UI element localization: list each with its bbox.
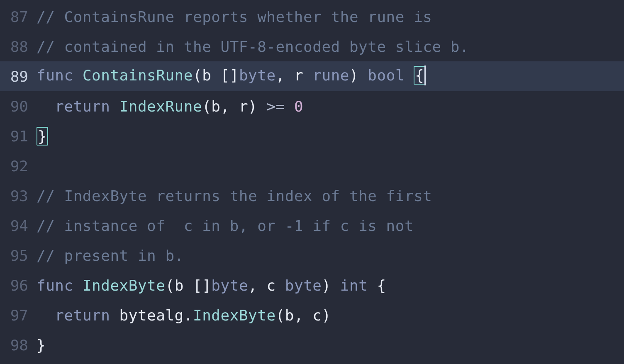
code-token: )	[322, 277, 340, 294]
text-cursor	[424, 66, 426, 85]
code-token: (	[193, 67, 202, 84]
code-line[interactable]: 91}	[0, 121, 624, 151]
code-token: ,	[294, 307, 312, 324]
line-number: 96	[0, 277, 37, 294]
line-number: 98	[0, 337, 37, 354]
code-content[interactable]: // instance of c in b, or -1 if c is not	[37, 217, 414, 234]
code-token: ,	[248, 277, 266, 294]
code-token: IndexByte	[83, 277, 166, 294]
line-number: 94	[0, 217, 37, 234]
code-line[interactable]: 95// present in b.	[0, 240, 624, 270]
code-content[interactable]: // ContainsRune reports whether the rune…	[37, 8, 432, 25]
line-number: 87	[0, 8, 37, 25]
code-token: {	[377, 277, 386, 294]
code-token: b	[202, 67, 220, 84]
code-token: (	[202, 98, 211, 115]
code-token: return	[55, 98, 119, 115]
code-line[interactable]: 92	[0, 151, 624, 181]
code-token: .	[184, 307, 193, 324]
code-token: byte	[285, 277, 322, 294]
line-number: 92	[0, 158, 37, 175]
code-token: b	[211, 98, 220, 115]
code-line[interactable]: 97 return bytealg.IndexByte(b, c)	[0, 300, 624, 330]
code-content[interactable]: return IndexRune(b, r) >= 0	[37, 98, 303, 115]
code-line[interactable]: 93// IndexByte returns the index of the …	[0, 181, 624, 211]
line-number: 97	[0, 307, 37, 324]
code-token: }	[37, 337, 46, 354]
code-token: r	[294, 67, 312, 84]
code-token: b	[175, 277, 193, 294]
code-token: byte	[239, 67, 276, 84]
code-content[interactable]: }	[37, 337, 46, 354]
code-token: c	[266, 277, 285, 294]
code-content[interactable]: // contained in the UTF-8-encoded byte s…	[37, 38, 469, 55]
code-token: // ContainsRune reports whether the rune…	[37, 8, 432, 25]
code-line[interactable]: 96func IndexByte(b []byte, c byte) int {	[0, 270, 624, 300]
code-token: IndexByte	[193, 307, 276, 324]
code-line[interactable]: 88// contained in the UTF-8-encoded byte…	[0, 32, 624, 61]
code-content[interactable]: func IndexByte(b []byte, c byte) int {	[37, 277, 386, 294]
code-token: }	[37, 127, 48, 146]
code-token: IndexRune	[119, 98, 202, 115]
code-token: (	[165, 277, 174, 294]
code-token: rune	[312, 67, 349, 84]
line-number: 91	[0, 128, 37, 145]
code-token: )	[248, 98, 266, 115]
code-token: )	[349, 67, 368, 84]
code-token: // contained in the UTF-8-encoded byte s…	[37, 38, 469, 55]
code-token: c	[312, 307, 322, 324]
code-content[interactable]: }	[37, 128, 48, 145]
code-token: // IndexByte returns the index of the fi…	[37, 187, 432, 204]
code-token: []	[221, 67, 239, 84]
code-content[interactable]: func ContainsRune(b []byte, r rune) bool…	[37, 66, 426, 86]
code-token: {	[414, 66, 425, 85]
code-line[interactable]: 90 return IndexRune(b, r) >= 0	[0, 91, 624, 121]
code-content[interactable]: // IndexByte returns the index of the fi…	[37, 187, 432, 204]
code-token: // instance of c in b, or -1 if c is not	[37, 217, 414, 234]
code-token: 0	[294, 98, 303, 115]
line-number: 95	[0, 247, 37, 264]
code-token: // present in b.	[37, 247, 184, 264]
code-token: func	[37, 67, 83, 84]
code-content[interactable]: // present in b.	[37, 247, 184, 264]
line-number: 90	[0, 98, 37, 115]
code-token: int	[340, 277, 377, 294]
code-token: return	[55, 307, 119, 324]
code-token: (	[276, 307, 285, 324]
code-token: )	[322, 307, 331, 324]
code-line[interactable]: 94// instance of c in b, or -1 if c is n…	[0, 211, 624, 240]
line-number: 88	[0, 38, 37, 55]
code-token: bool	[368, 67, 414, 84]
line-number: 93	[0, 187, 37, 204]
code-token: r	[239, 98, 248, 115]
code-token: []	[193, 277, 211, 294]
code-line[interactable]: 98}	[0, 330, 624, 360]
code-token	[37, 98, 55, 115]
code-token: ContainsRune	[83, 67, 193, 84]
code-token: ,	[221, 98, 239, 115]
code-token: bytealg	[119, 307, 184, 324]
code-token	[37, 307, 55, 324]
code-editor[interactable]: 87// ContainsRune reports whether the ru…	[0, 0, 624, 364]
line-number: 89	[0, 68, 37, 85]
code-line[interactable]: 87// ContainsRune reports whether the ru…	[0, 2, 624, 32]
code-token: byte	[211, 277, 248, 294]
code-content[interactable]: return bytealg.IndexByte(b, c)	[37, 307, 331, 324]
code-token: func	[37, 277, 83, 294]
code-token: >=	[266, 98, 294, 115]
code-token: b	[285, 307, 294, 324]
code-token: ,	[276, 67, 294, 84]
code-line[interactable]: 89func ContainsRune(b []byte, r rune) bo…	[0, 61, 624, 91]
